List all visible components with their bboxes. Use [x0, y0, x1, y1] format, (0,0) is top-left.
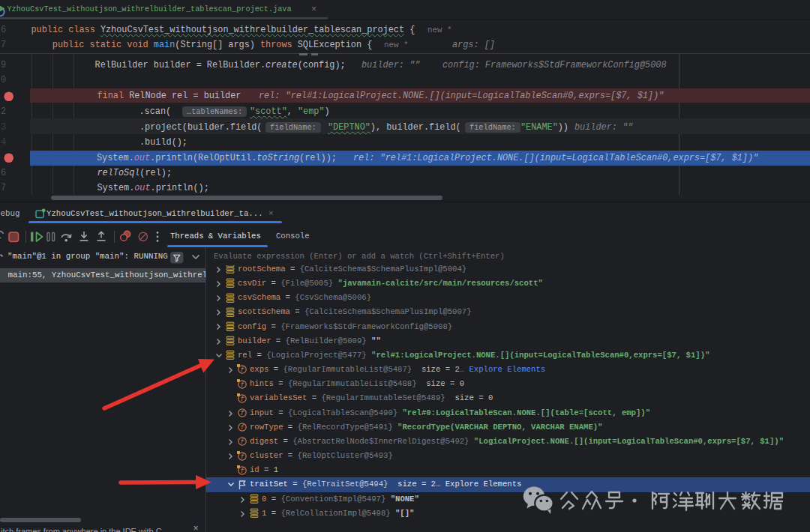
svg-text:f: f [240, 468, 244, 475]
svg-text:f: f [240, 381, 244, 389]
svg-text:f: f [240, 410, 244, 417]
svg-text:f: f [240, 366, 244, 374]
svg-text:f: f [240, 396, 244, 403]
svg-text:f: f [240, 424, 244, 432]
svg-text:f: f [240, 438, 244, 446]
svg-text:f: f [240, 453, 244, 461]
